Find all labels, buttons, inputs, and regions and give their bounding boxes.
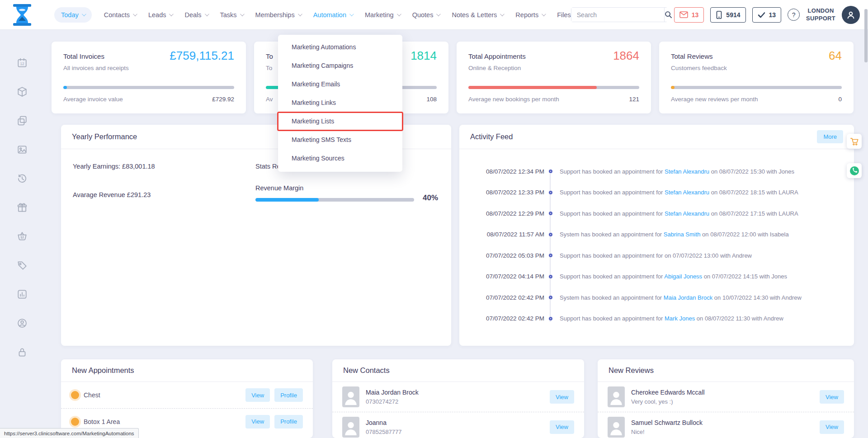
calendar-icon[interactable]: 12	[17, 57, 28, 68]
nav-contacts[interactable]: Contacts	[104, 11, 136, 19]
contact-link[interactable]: Mark Jones	[665, 315, 695, 322]
timeline-dot-icon	[549, 233, 552, 236]
history-icon[interactable]	[17, 173, 28, 184]
menu-item-marketing-emails[interactable]: Marketing Emails	[278, 75, 402, 93]
nav-leads[interactable]: Leads	[148, 11, 173, 19]
view-button[interactable]: View	[820, 390, 844, 404]
chevron-down-icon	[500, 12, 505, 16]
activity-entry: 07/07/2022 02:42 PM System has booked an…	[470, 287, 845, 308]
panel-title: Yearly Performance	[72, 132, 137, 141]
review-text: Very cool, yes :)	[631, 398, 705, 405]
search-input[interactable]	[571, 8, 664, 22]
search-button[interactable]	[664, 8, 672, 22]
user-avatar[interactable]	[842, 6, 860, 24]
contact-link[interactable]: Stefan Alexandru	[665, 168, 709, 175]
activity-entry: 08/07/2022 12:33 PM Support has booked a…	[470, 182, 845, 203]
nav-memberships[interactable]: Memberships	[255, 11, 301, 19]
contact-link[interactable]: Maia Jordan Brock	[664, 294, 712, 301]
mobile-phone-icon	[716, 11, 722, 19]
contact-link[interactable]: Stefan Alexandru	[665, 210, 709, 217]
chevron-down-icon	[240, 12, 245, 16]
cart-float-button[interactable]	[847, 134, 862, 149]
nav-today[interactable]: Today	[54, 7, 92, 23]
menu-item-marketing-links[interactable]: Marketing Links	[278, 93, 402, 112]
support-icon[interactable]	[17, 318, 28, 329]
phone-badge[interactable]: 5914	[710, 7, 745, 23]
image-icon[interactable]	[17, 144, 28, 155]
tag-icon[interactable]	[17, 260, 28, 271]
nav-automation[interactable]: Automation	[313, 11, 353, 19]
contact-row: Joanna 07852587777 View	[332, 412, 584, 438]
card-title: Total Appointments	[468, 52, 526, 60]
lock-icon[interactable]	[17, 347, 28, 358]
tasks-badge[interactable]: 13	[752, 7, 782, 23]
nav-files[interactable]: Files	[557, 11, 571, 19]
profile-button[interactable]: Profile	[274, 388, 303, 402]
avatar-placeholder-icon	[342, 386, 359, 407]
reviewer-name: Samuel Schwartz Bullock	[631, 419, 703, 426]
chevron-down-icon	[542, 12, 546, 16]
more-button[interactable]: More	[817, 130, 843, 143]
contact-link[interactable]: Stefan Alexandru	[665, 189, 709, 196]
card-subtitle: All invoices and receipts	[63, 65, 129, 71]
contact-phone: 07852587777	[366, 429, 402, 435]
menu-item-marketing-lists[interactable]: Marketing Lists	[278, 112, 402, 130]
help-button[interactable]: ?	[788, 9, 800, 21]
phone-call-icon	[849, 166, 859, 176]
nav-notes-letters[interactable]: Notes & Letters	[452, 11, 503, 19]
card-footer-value: 108	[426, 96, 437, 103]
person-icon	[846, 10, 855, 19]
menu-item-marketing-automations[interactable]: Marketing Automations	[278, 38, 402, 56]
review-text: Nice!	[631, 429, 703, 435]
entry-time: 07/07/2022 02:42 PM	[470, 294, 544, 301]
nav-tasks[interactable]: Tasks	[220, 11, 243, 19]
contact-phone: 0730274272	[366, 398, 419, 405]
review-row: Cherokee Edwards Mccall Very cool, yes :…	[598, 382, 854, 412]
bar-chart-icon[interactable]	[17, 289, 28, 300]
shopping-basket-icon[interactable]	[17, 231, 28, 242]
view-button[interactable]: View	[550, 390, 574, 404]
menu-item-marketing-sms-texts[interactable]: Marketing SMS Texts	[278, 130, 402, 149]
sidebar: 12	[0, 29, 44, 438]
activity-feed-panel: Activity Feed More 08/07/2022 12:34 PM S…	[459, 125, 854, 346]
view-button[interactable]: View	[550, 420, 574, 434]
review-row: Samuel Schwartz Bullock Nice! View	[598, 412, 854, 438]
contact-link[interactable]: Sabrina Smith	[664, 231, 701, 238]
contact-link[interactable]: Abigail Joness	[664, 273, 702, 280]
timeline-dot-icon	[549, 212, 552, 215]
nav-quotes[interactable]: Quotes	[412, 11, 440, 19]
topbar-right: 13 5914 13 ? LONDON SUPPORT	[571, 6, 860, 24]
timeline-dot-icon	[549, 296, 552, 299]
nav-reports[interactable]: Reports	[515, 11, 545, 19]
chevron-down-icon	[133, 12, 137, 16]
view-button[interactable]: View	[245, 388, 270, 402]
card-title: Total Invoices	[63, 52, 104, 60]
card-footer-value: 121	[629, 96, 639, 103]
card-value: 1864	[613, 49, 639, 63]
mail-badge[interactable]: 13	[674, 7, 704, 23]
view-button[interactable]: View	[245, 415, 270, 429]
app-logo-icon[interactable]	[13, 4, 32, 26]
profile-button[interactable]: Profile	[274, 415, 303, 429]
phone-float-button[interactable]	[847, 163, 862, 178]
nav-marketing[interactable]: Marketing	[365, 11, 400, 19]
entry-time: 08/07/2022 12:34 PM	[470, 168, 544, 175]
timeline-dot-icon	[549, 170, 552, 173]
gift-icon[interactable]	[17, 202, 28, 213]
activity-entry: 08/07/2022 11:57 AM System has booked an…	[470, 224, 845, 245]
entry-text: Support has booked an appointment for St…	[560, 210, 798, 217]
menu-item-marketing-campaigns[interactable]: Marketing Campaigns	[278, 56, 402, 75]
copy-icon[interactable]	[17, 115, 28, 126]
scrollbar-thumb[interactable]	[864, 9, 868, 62]
nav-deals[interactable]: Deals	[184, 11, 208, 19]
entry-text: Support has booked an appointment for Ma…	[560, 315, 783, 322]
package-icon[interactable]	[17, 86, 28, 97]
panel-title: New Contacts	[343, 366, 390, 375]
menu-item-marketing-sources[interactable]: Marketing Sources	[278, 149, 402, 167]
entry-time: 08/07/2022 12:29 PM	[470, 210, 544, 217]
progress-bar	[468, 86, 639, 89]
entry-time: 07/07/2022 04:14 PM	[470, 273, 544, 280]
view-button[interactable]: View	[820, 420, 844, 434]
card-title: To	[266, 52, 273, 60]
card-footer-value: £729.92	[212, 96, 234, 103]
